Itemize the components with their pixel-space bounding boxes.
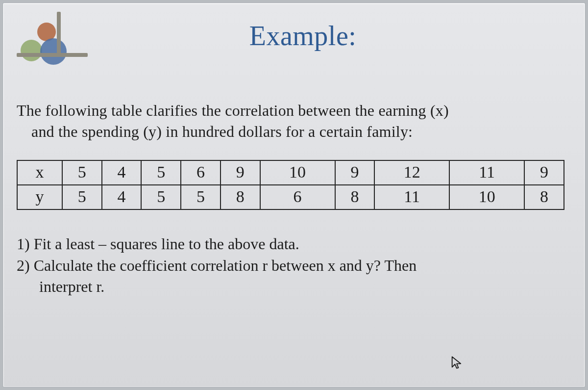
cell-y-2: 5 (141, 185, 181, 209)
table-row: y 5 4 5 5 8 6 8 11 10 8 (17, 185, 564, 209)
cell-x-8: 11 (449, 160, 524, 185)
cell-y-9: 8 (524, 185, 564, 209)
slide-header: Example: (17, 12, 571, 66)
cell-y-6: 8 (335, 185, 375, 209)
row-label-y: y (17, 185, 62, 209)
intro-line-2: and the spending (y) in hundred dollars … (17, 121, 571, 142)
logo-icon (17, 12, 85, 66)
cell-y-3: 5 (181, 185, 220, 209)
questions: 1) Fit a least – squares line to the abo… (17, 234, 571, 297)
intro-line-1: The following table clarifies the correl… (17, 100, 571, 121)
cursor-icon (451, 356, 463, 369)
cell-y-4: 8 (220, 185, 260, 209)
cell-y-5: 6 (260, 185, 335, 209)
cell-x-6: 9 (335, 160, 375, 185)
cell-x-9: 9 (524, 160, 564, 185)
intro-text: The following table clarifies the correl… (17, 100, 571, 142)
table-row: x 5 4 5 6 9 10 9 12 11 9 (17, 160, 564, 185)
cell-y-0: 5 (62, 185, 102, 209)
cell-y-1: 4 (102, 185, 142, 209)
cell-x-2: 5 (141, 160, 181, 185)
cell-y-7: 11 (374, 185, 449, 209)
question-2-line-2: interpret r. (17, 276, 571, 297)
row-label-x: x (17, 160, 62, 185)
cell-y-8: 10 (449, 185, 524, 209)
cell-x-7: 12 (374, 160, 449, 185)
cell-x-4: 9 (220, 160, 260, 185)
cell-x-5: 10 (260, 160, 335, 185)
cell-x-1: 4 (102, 160, 142, 185)
slide-title: Example: (93, 20, 571, 52)
cell-x-0: 5 (62, 160, 102, 185)
data-table: x 5 4 5 6 9 10 9 12 11 9 y 5 4 5 5 8 6 8… (17, 160, 564, 210)
slide: Example: The following table clarifies t… (3, 3, 585, 387)
question-1: 1) Fit a least – squares line to the abo… (17, 234, 571, 255)
question-2-line-1: 2) Calculate the coefficient correlation… (17, 255, 571, 276)
cell-x-3: 6 (181, 160, 220, 185)
